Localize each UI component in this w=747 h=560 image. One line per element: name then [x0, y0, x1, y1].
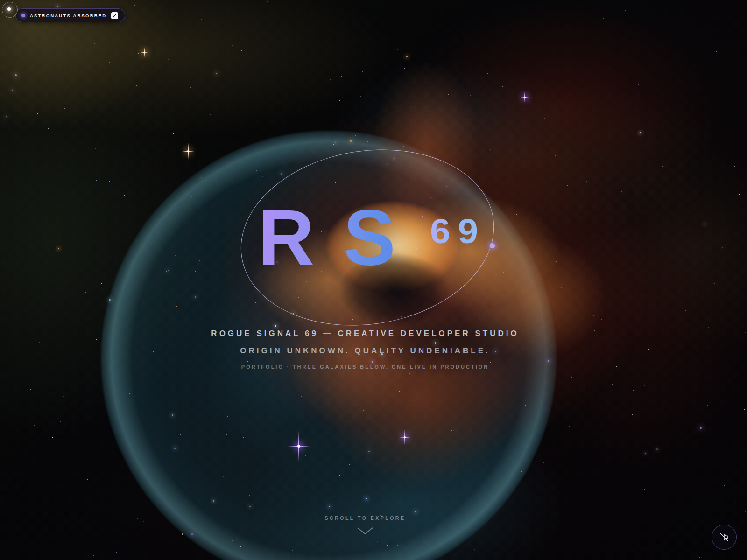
star: [687, 521, 687, 521]
star: [85, 32, 86, 33]
star: [740, 219, 741, 219]
star: [435, 342, 436, 343]
star: [551, 216, 552, 216]
star: [684, 42, 685, 42]
star: [58, 248, 59, 250]
star: [201, 19, 202, 20]
mute-button[interactable]: [712, 525, 737, 550]
star: [691, 437, 691, 437]
star: [377, 541, 378, 542]
star: [18, 341, 19, 342]
star: [366, 498, 367, 499]
star: [232, 45, 233, 46]
star: [95, 425, 95, 426]
star: [656, 250, 656, 250]
star: [298, 64, 298, 64]
star: [711, 11, 712, 11]
star: [671, 24, 671, 24]
star: [448, 94, 449, 95]
star: [124, 195, 125, 196]
star: [240, 546, 241, 547]
star: [109, 62, 110, 63]
star: [139, 273, 140, 273]
star: [204, 135, 204, 136]
star: [21, 505, 21, 505]
star: [404, 68, 405, 69]
star: [363, 410, 364, 411]
star: [127, 148, 127, 149]
star: [60, 421, 61, 422]
cursor-ring: [2, 2, 18, 18]
star: [662, 397, 662, 397]
star: [195, 422, 195, 422]
star: [201, 177, 202, 178]
star: [49, 439, 49, 439]
star: [94, 43, 95, 44]
star: [644, 385, 645, 386]
star: [37, 113, 38, 114]
star: [615, 126, 616, 126]
star: [397, 545, 398, 546]
status-badge[interactable]: ASTRONAUTS ABSORBED: [15, 8, 125, 22]
star: [169, 50, 170, 50]
star: [5, 58, 5, 58]
star: [685, 310, 686, 311]
star: [621, 191, 622, 192]
star: [567, 185, 568, 186]
star: [227, 416, 228, 417]
star: [474, 549, 475, 550]
star: [49, 295, 49, 296]
star: [275, 325, 276, 327]
star: [68, 413, 69, 413]
star: [661, 36, 662, 36]
star: [459, 155, 460, 156]
star: [387, 545, 388, 546]
star: [57, 6, 58, 7]
star: [330, 79, 331, 80]
star: [350, 140, 352, 141]
star: [52, 437, 53, 438]
star: [558, 249, 559, 249]
star: [632, 414, 633, 415]
star: [451, 430, 452, 431]
star: [191, 533, 193, 535]
star: [722, 247, 723, 248]
star: [37, 320, 37, 321]
star: [175, 255, 176, 256]
star: [544, 118, 544, 118]
star: [305, 455, 306, 456]
star: [645, 453, 646, 455]
star: [210, 114, 211, 115]
star: [129, 125, 129, 126]
star: [506, 324, 506, 324]
star: [640, 132, 641, 133]
star: [503, 272, 504, 273]
portfolio-note: PORTFOLIO · THREE GALAXIES BELOW. ONE LI…: [0, 364, 730, 370]
scroll-indicator[interactable]: SCROLL TO EXPLORE: [323, 515, 407, 537]
star: [745, 511, 746, 512]
star: [599, 211, 600, 211]
star: [93, 555, 94, 556]
star: [525, 405, 526, 406]
star: [13, 86, 13, 86]
star: [281, 173, 282, 175]
star: [403, 146, 404, 147]
star: [368, 451, 370, 452]
speaker-muted-icon: [719, 532, 730, 543]
star: [190, 87, 191, 88]
star: [644, 489, 645, 490]
star: [499, 84, 500, 84]
star: [114, 134, 114, 135]
star: [28, 252, 29, 252]
badge-dot: [21, 14, 25, 17]
star: [671, 299, 672, 300]
star: [229, 460, 229, 461]
star: [714, 283, 715, 284]
star: [555, 11, 555, 11]
star: [39, 342, 40, 343]
star: [116, 552, 117, 553]
star: [87, 479, 88, 480]
star: [242, 298, 243, 299]
star: [168, 270, 169, 272]
star: [267, 1, 268, 2]
